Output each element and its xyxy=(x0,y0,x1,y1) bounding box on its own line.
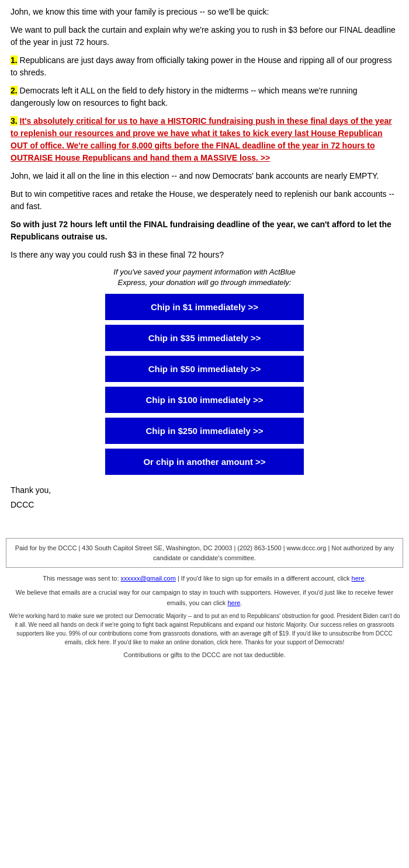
sent-to-prefix: This message was sent to: xyxy=(43,575,120,582)
para2b: But to win competitive races and retake … xyxy=(11,188,398,213)
footer-sent-to: This message was sent to: xxxxxx@gmail.c… xyxy=(6,574,403,584)
signature: DCCC xyxy=(11,499,398,511)
email-address: xxxxxx@gmail.com xyxy=(121,575,176,582)
para3-bold: So with just 72 hours left until the FIN… xyxy=(11,218,398,243)
signup-text: | If you'd like to sign up for emails in… xyxy=(176,575,352,582)
paid-for-text: Paid for by the DCCC | 430 South Capitol… xyxy=(15,544,394,561)
thank-you: Thank you, xyxy=(11,484,398,497)
footer-contributions-note: Contributions or gifts to the DCCC are n… xyxy=(6,650,403,661)
donate-btn-1[interactable]: Chip in $1 immediately >> xyxy=(105,294,304,320)
point2: 2. Democrats left it ALL on the field to… xyxy=(11,85,398,109)
point1-text: Republicans are just days away from offi… xyxy=(11,55,392,77)
donate-btn-other[interactable]: Or chip in another amount >> xyxy=(105,449,304,475)
fewer-emails-text: We believe that emails are a crucial way… xyxy=(16,589,393,606)
para2a: John, we laid it all on the line in this… xyxy=(11,170,398,182)
donation-buttons-container: Chip in $1 immediately >> Chip in $35 im… xyxy=(105,294,304,475)
point1-num: 1. xyxy=(11,55,18,65)
para1: We want to pull back the curtain and exp… xyxy=(11,24,398,48)
actblue-note-line2: Express, your donation will go through i… xyxy=(118,278,292,287)
footer-working-hard: We're working hard to make sure we prote… xyxy=(8,612,401,647)
actblue-note: If you've saved your payment information… xyxy=(11,267,398,288)
para4: Is there any way you could rush $3 in th… xyxy=(11,249,398,261)
point2-num: 2. xyxy=(11,86,18,95)
intro-paragraph: John, we know this time with your family… xyxy=(11,6,398,18)
point1: 1. Republicans are just days away from o… xyxy=(11,54,398,79)
footer-fewer-emails: We believe that emails are a crucial way… xyxy=(6,588,403,608)
donate-btn-50[interactable]: Chip in $50 immediately >> xyxy=(105,356,304,382)
donate-btn-35[interactable]: Chip in $35 immediately >> xyxy=(105,325,304,351)
point2-text: Democrats left it ALL on the field to de… xyxy=(11,86,358,107)
point3-num: 3. xyxy=(11,116,18,126)
signup-link[interactable]: here xyxy=(352,575,365,582)
donate-btn-100[interactable]: Chip in $100 immediately >> xyxy=(105,387,304,413)
donate-btn-250[interactable]: Chip in $250 immediately >> xyxy=(105,418,304,444)
actblue-note-line1: If you've saved your payment information… xyxy=(113,268,295,276)
point3-text: It's absolutely critical for us to have … xyxy=(11,116,392,162)
point3: 3. It's absolutely critical for us to ha… xyxy=(11,115,398,164)
fewer-emails-link[interactable]: here xyxy=(227,599,240,606)
footer-box: Paid for by the DCCC | 430 South Capitol… xyxy=(6,538,403,568)
